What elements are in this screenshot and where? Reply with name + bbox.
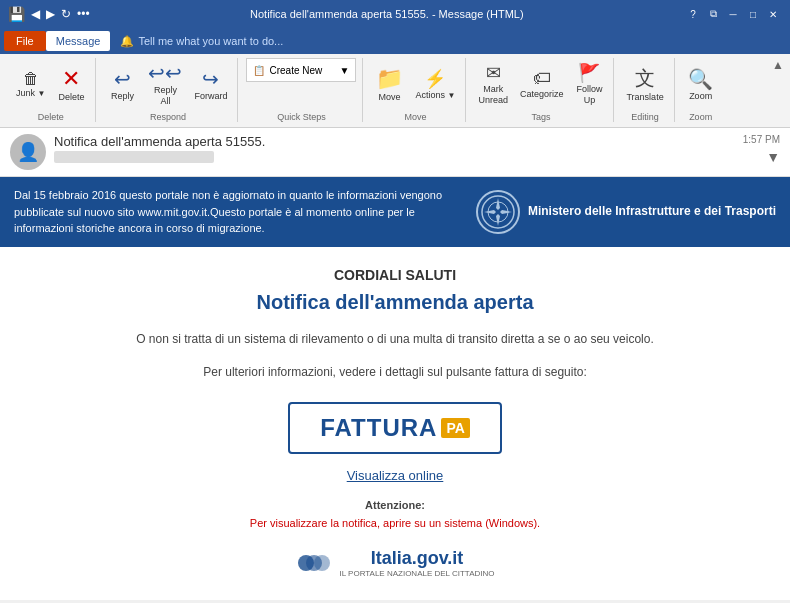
- gov-banner: Dal 15 febbraio 2016 questo portale non …: [0, 177, 790, 247]
- editing-group-label: Editing: [631, 112, 659, 122]
- svg-marker-2: [496, 198, 500, 210]
- gov-text: Italia.gov.it IL PORTALE NAZIONALE DEL C…: [340, 548, 495, 578]
- svg-marker-4: [484, 210, 496, 214]
- attenzione-label: Attenzione:: [30, 499, 760, 511]
- gov-small-text: IL PORTALE NAZIONALE DEL CITTADINO: [340, 569, 495, 578]
- expand-button[interactable]: ▼: [766, 149, 780, 165]
- ribbon: 🗑 Junk ▼ ✕ Delete Delete ↩ Reply ↩↩ Repl…: [0, 54, 790, 128]
- gov-ministry-name: Ministero delle Infrastrutture e dei Tra…: [528, 203, 776, 220]
- categorize-icon: 🏷: [533, 68, 551, 89]
- follow-up-icon: 🚩: [578, 62, 600, 84]
- email-title: Notifica dell'ammenda aperta: [30, 291, 760, 314]
- fattura-pa-logo: FATTURA PA: [320, 414, 470, 442]
- forward-button[interactable]: ↪ Forward: [190, 65, 231, 104]
- translate-icon: 文: [635, 65, 655, 92]
- actions-icon: ⚡: [424, 68, 446, 90]
- quicksteps-group-label: Quick Steps: [277, 112, 326, 122]
- greeting-text: CORDIALI SALUTI: [30, 267, 760, 283]
- editing-buttons: 文 Translate: [622, 58, 667, 110]
- email-scroll-area[interactable]: Dal 15 febbraio 2016 questo portale non …: [0, 177, 790, 600]
- tags-group-label: Tags: [531, 112, 550, 122]
- reply-all-icon: ↩↩: [148, 61, 182, 85]
- visualizza-link[interactable]: Visualizza online: [30, 468, 760, 483]
- zoom-group-label: Zoom: [689, 112, 712, 122]
- translate-button[interactable]: 文 Translate: [622, 63, 667, 105]
- chevron-up-icon: ▲: [772, 58, 784, 72]
- ribbon-group-move: 📁 Move ⚡ Actions ▼ Move: [365, 58, 466, 122]
- email-time: 1:57 PM: [743, 134, 780, 145]
- ribbon-group-tags: ✉ MarkUnread 🏷 Categorize 🚩 FollowUp Tag…: [468, 58, 614, 122]
- reply-button[interactable]: ↩ Reply: [104, 65, 140, 104]
- reply-all-button[interactable]: ↩↩ ReplyAll: [144, 59, 186, 109]
- attenzione-text: Per visualizzare la notifica, aprire su …: [30, 517, 760, 529]
- fattura-button[interactable]: FATTURA PA: [288, 402, 502, 454]
- message-menu[interactable]: Message: [46, 31, 111, 51]
- reply-icon: ↩: [114, 67, 131, 91]
- svg-point-8: [314, 555, 330, 571]
- zoom-button[interactable]: 🔍 Zoom: [683, 65, 719, 104]
- body-paragraph-1: O non si tratta di un sistema di rilevam…: [30, 330, 760, 349]
- maximize-button[interactable]: □: [744, 5, 762, 23]
- gov-emblem: [476, 190, 520, 234]
- delete-buttons: 🗑 Junk ▼ ✕ Delete: [12, 58, 89, 110]
- mark-unread-button[interactable]: ✉ MarkUnread: [474, 60, 512, 108]
- email-subject: Notifica dell'ammenda aperta 51555.: [54, 134, 735, 149]
- follow-up-button[interactable]: 🚩 FollowUp: [571, 60, 607, 108]
- tell-me-search[interactable]: 🔔 Tell me what you want to do...: [120, 35, 283, 48]
- window-controls[interactable]: ? ⧉ ─ □ ✕: [684, 5, 782, 23]
- file-menu[interactable]: File: [4, 31, 46, 51]
- move-button[interactable]: 📁 Move: [371, 64, 407, 105]
- nav-refresh[interactable]: ↻: [61, 7, 71, 21]
- avatar-icon: 👤: [17, 141, 39, 163]
- create-new-icon: 📋: [253, 65, 265, 76]
- email-body-container: Dal 15 febbraio 2016 questo portale non …: [0, 177, 790, 600]
- ribbon-group-zoom: 🔍 Zoom Zoom: [677, 58, 725, 122]
- delete-group-label: Delete: [38, 112, 64, 122]
- email-header-right: 1:57 PM ▼: [743, 134, 780, 165]
- minimize-button[interactable]: ─: [724, 5, 742, 23]
- close-button[interactable]: ✕: [764, 5, 782, 23]
- nav-forward[interactable]: ▶: [46, 7, 55, 21]
- ribbon-group-editing: 文 Translate Editing: [616, 58, 674, 122]
- svg-marker-5: [500, 210, 512, 214]
- respond-buttons: ↩ Reply ↩↩ ReplyAll ↪ Forward: [104, 58, 231, 110]
- junk-icon: 🗑: [23, 70, 39, 88]
- ribbon-group-quicksteps: 📋 Create New ▼ Quick Steps: [240, 58, 363, 122]
- ribbon-collapse[interactable]: ▲: [772, 58, 784, 72]
- title-bar-left: 💾 ◀ ▶ ↻ •••: [8, 6, 90, 22]
- ribbon-group-delete: 🗑 Junk ▼ ✕ Delete Delete: [6, 58, 96, 122]
- email-header: 👤 Notifica dell'ammenda aperta 51555. 1:…: [0, 128, 790, 177]
- window-help[interactable]: ?: [684, 5, 702, 23]
- nav-back[interactable]: ◀: [31, 7, 40, 21]
- zoom-icon: 🔍: [688, 67, 713, 91]
- move-icon: 📁: [376, 66, 403, 92]
- delete-button[interactable]: ✕ Delete: [53, 64, 89, 105]
- mark-unread-icon: ✉: [486, 62, 501, 84]
- forward-icon: ↪: [202, 67, 219, 91]
- avatar: 👤: [10, 134, 46, 170]
- delete-icon: ✕: [62, 66, 80, 92]
- respond-group-label: Respond: [150, 112, 186, 122]
- fattura-container: FATTURA PA: [30, 402, 760, 454]
- italiagovit-logo: Italia.gov.it IL PORTALE NAZIONALE DEL C…: [30, 545, 760, 581]
- dropdown-arrow: ▼: [340, 65, 350, 76]
- junk-button[interactable]: 🗑 Junk ▼: [12, 68, 49, 101]
- nav-dots[interactable]: •••: [77, 7, 90, 21]
- email-meta: Notifica dell'ammenda aperta 51555.: [54, 134, 735, 163]
- pa-badge: PA: [441, 418, 469, 438]
- zoom-buttons: 🔍 Zoom: [683, 58, 719, 110]
- quick-steps-create[interactable]: 📋 Create New ▼: [246, 58, 356, 82]
- search-icon: 🔔: [120, 35, 134, 48]
- ribbon-group-respond: ↩ Reply ↩↩ ReplyAll ↪ Forward Respond: [98, 58, 238, 122]
- actions-button[interactable]: ⚡ Actions ▼: [411, 66, 459, 103]
- restore-down-icon[interactable]: ⧉: [704, 5, 722, 23]
- title-bar: 💾 ◀ ▶ ↻ ••• Notifica dell'ammenda aperta…: [0, 0, 790, 28]
- svg-marker-3: [496, 214, 500, 226]
- body-paragraph-2: Per ulteriori informazioni, vedere i det…: [30, 363, 760, 382]
- tags-buttons: ✉ MarkUnread 🏷 Categorize 🚩 FollowUp: [474, 58, 607, 110]
- gov-banner-text: Dal 15 febbraio 2016 questo portale non …: [14, 187, 462, 237]
- email-from: [54, 151, 214, 163]
- categorize-button[interactable]: 🏷 Categorize: [516, 66, 568, 102]
- quicksteps-content: 📋 Create New ▼: [246, 58, 356, 110]
- email-content: CORDIALI SALUTI Notifica dell'ammenda ap…: [0, 247, 790, 601]
